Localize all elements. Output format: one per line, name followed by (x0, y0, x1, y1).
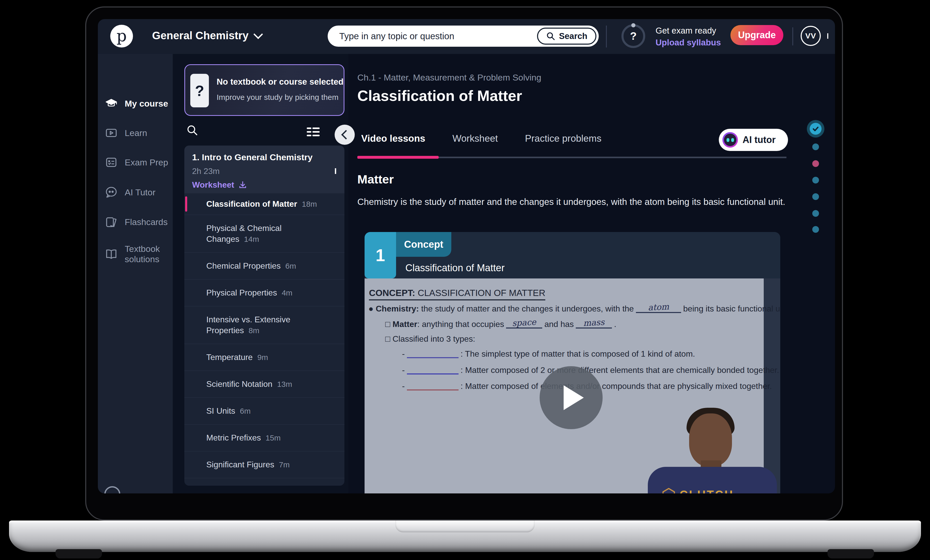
active-tab-indicator (357, 156, 439, 159)
chapter-header-card[interactable]: 1. Intro to General Chemistry 2h 23m Wor… (184, 146, 345, 193)
laptop-foot (827, 549, 874, 558)
laptop-base (9, 520, 921, 552)
lesson-item[interactable]: Physical Properties4m (184, 279, 345, 306)
lesson-item[interactable]: Significant Figures: Precision in Measur… (184, 478, 345, 486)
lesson-item[interactable]: Temperature9m (184, 344, 345, 371)
panel-search-button[interactable] (186, 124, 199, 138)
sidebar-item-textbook-solutions[interactable]: Textbook solutions (105, 244, 169, 264)
hexagon-icon (662, 488, 676, 494)
clutch-logo: CLUTCH (662, 488, 734, 494)
chat-bot-icon (105, 186, 117, 198)
sidebar-item-flashcards[interactable]: Flashcards (105, 216, 169, 228)
concept-video-card: 1 Concept Classification of Matter CONCE… (365, 232, 780, 494)
list-view-button[interactable] (306, 126, 320, 138)
slide-type-1: -: The simplest type of matter that is c… (402, 349, 695, 359)
sidebar-item-label: Flashcards (125, 217, 169, 227)
sidebar-item-learn[interactable]: Learn (105, 127, 169, 139)
slide-heading: CONCEPT: CLASSIFICATION OF MATTER (369, 288, 545, 300)
progress-dot[interactable] (812, 177, 819, 183)
header-divider-2 (792, 27, 793, 45)
lesson-item[interactable]: Significant Figures7m (184, 451, 345, 478)
exam-ready-block: Get exam ready Upload syllabus (656, 25, 721, 49)
laptop-screen: p General Chemistry Search (85, 6, 843, 520)
header-divider (606, 26, 607, 48)
active-indicator (185, 196, 187, 212)
topic-search[interactable]: Search (328, 26, 599, 47)
progress-step-complete[interactable] (807, 120, 824, 138)
play-icon (564, 385, 584, 410)
collapse-chapter-chevron[interactable] (335, 168, 336, 173)
laptop-foot (55, 549, 102, 558)
tab-video-lessons[interactable]: Video lessons (361, 133, 425, 144)
lesson-item[interactable]: Physical & Chemical Changes14m (184, 215, 345, 252)
instructor-head (689, 414, 732, 466)
progress-dot[interactable] (812, 226, 819, 233)
laptop-mockup: p General Chemistry Search (0, 0, 930, 560)
progress-dot[interactable] (812, 143, 819, 150)
lesson-list: Classification of Matter18m Physical & C… (184, 193, 345, 486)
open-book-icon (105, 248, 117, 260)
list-icon (306, 126, 320, 138)
banner-subtitle: Improve your study by picking them (217, 93, 339, 102)
lesson-item[interactable]: Chemical Properties6m (184, 252, 345, 279)
pearson-logo-icon[interactable]: p (110, 25, 133, 48)
banner-title: No textbook or course selected (217, 77, 343, 87)
account-menu-chevron[interactable] (827, 33, 828, 38)
sidebar-item-label: Textbook solutions (125, 244, 169, 264)
check-icon (812, 125, 819, 133)
help-progress-ring[interactable]: ? (622, 24, 645, 48)
flashcards-icon (105, 216, 117, 228)
section-text: Chemistry is the study of matter and the… (357, 197, 801, 207)
search-button[interactable]: Search (537, 28, 596, 45)
chevron-up-icon (335, 168, 336, 174)
graduation-cap-icon (105, 97, 117, 110)
search-icon (186, 124, 199, 137)
progress-dot[interactable] (812, 210, 819, 217)
search-icon (546, 31, 555, 41)
slide-classified-line: □ Classified into 3 types: (385, 334, 475, 344)
content-tabs: Video lessons Worksheet Practice problem… (361, 133, 601, 144)
sidebar-item-my-course[interactable]: My course (105, 97, 169, 110)
sidebar-item-label: Learn (125, 128, 169, 138)
section-heading: Matter (357, 172, 394, 186)
tab-practice-problems[interactable]: Practice problems (525, 133, 601, 144)
upgrade-button[interactable]: Upgrade (730, 25, 783, 45)
chapter-duration: 2h 23m (192, 166, 337, 176)
chevron-down-icon (827, 33, 828, 39)
lesson-item[interactable]: Scientific Notation13m (184, 371, 345, 397)
top-header: p General Chemistry Search (98, 19, 835, 54)
lesson-item[interactable]: Classification of Matter18m (184, 193, 345, 215)
tab-worksheet[interactable]: Worksheet (452, 133, 498, 144)
sidebar-item-label: AI Tutor (125, 187, 169, 197)
lesson-item[interactable]: SI Units6m (184, 397, 345, 424)
video-lesson-icon (105, 127, 117, 139)
app-window: p General Chemistry Search (98, 19, 835, 494)
download-icon (238, 181, 247, 189)
progress-dot[interactable] (812, 193, 819, 200)
instructor-shirt: CLUTCH (648, 467, 777, 494)
worksheet-download-link[interactable]: Worksheet (192, 180, 337, 190)
sidebar-bottom-icon[interactable] (104, 486, 120, 494)
avatar[interactable]: VV (801, 26, 821, 46)
chapter-title: 1. Intro to General Chemistry (192, 152, 337, 162)
video-player[interactable]: CONCEPT: CLASSIFICATION OF MATTER ● Chem… (365, 278, 780, 494)
progress-dot-current[interactable] (812, 160, 819, 167)
page-title: Classification of Matter (357, 87, 522, 104)
collapse-panel-button[interactable] (335, 125, 355, 145)
lesson-item[interactable]: Intensive vs. Extensive Properties8m (184, 306, 345, 344)
no-textbook-banner[interactable]: ? No textbook or course selected Improve… (184, 64, 345, 116)
upload-syllabus-link[interactable]: Upload syllabus (656, 37, 721, 49)
sidebar-item-label: Exam Prep (125, 157, 169, 168)
course-selector[interactable]: General Chemistry (152, 29, 262, 42)
chevron-left-icon (341, 130, 351, 140)
lesson-item[interactable]: Metric Prefixes15m (184, 424, 345, 451)
instructor: CLUTCH (659, 409, 764, 494)
get-exam-ready-label: Get exam ready (656, 25, 721, 37)
main-content: Ch.1 - Matter, Measurement & Problem Sol… (348, 54, 835, 494)
sidebar-item-ai-tutor[interactable]: AI Tutor (105, 186, 169, 198)
ai-tutor-button[interactable]: AI tutor (719, 129, 788, 151)
checklist-icon (105, 156, 117, 169)
chevron-down-icon (253, 30, 263, 39)
play-button[interactable] (540, 366, 603, 429)
sidebar-item-exam-prep[interactable]: Exam Prep (105, 156, 169, 169)
